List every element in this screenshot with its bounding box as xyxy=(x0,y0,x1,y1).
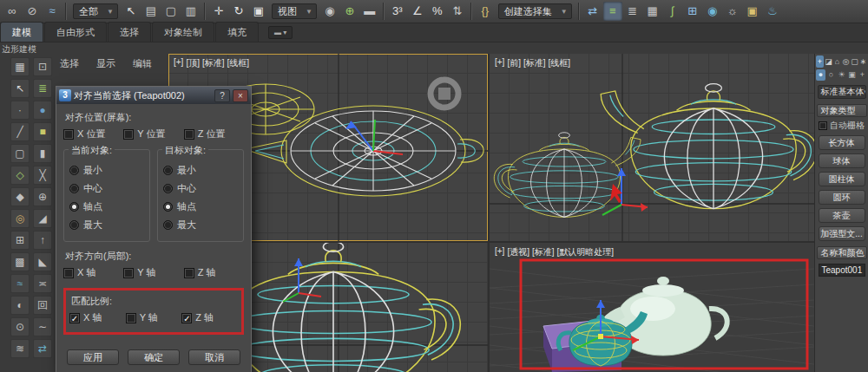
viewport-label[interactable]: [线框] xyxy=(227,57,250,69)
viewport-label[interactable]: [透视] xyxy=(507,246,529,258)
box-button[interactable]: 长方体 xyxy=(819,135,865,150)
view-rotation-ring[interactable] xyxy=(431,80,458,108)
z-position-checkbox[interactable]: Z 位置 xyxy=(184,127,244,140)
select-and-move-icon[interactable]: ✛ xyxy=(209,2,228,21)
mirror-tool-icon[interactable]: ⇄ xyxy=(33,339,52,358)
relax-icon[interactable]: ≋ xyxy=(10,339,30,358)
graphite-ribbon-icon[interactable]: ▦ xyxy=(643,2,662,21)
vertex-mode-icon[interactable]: ∙ xyxy=(10,101,30,120)
tab-object-paint[interactable]: 对象绘制 xyxy=(152,22,214,42)
selection-filter-dropdown[interactable]: 全部▼ xyxy=(73,3,118,19)
x-position-checkbox[interactable]: X 位置 xyxy=(63,127,123,140)
shapes-category-icon[interactable]: ○ xyxy=(826,69,836,81)
tab-populate[interactable]: 填充 xyxy=(215,22,259,42)
utilities-tab[interactable]: ∗ xyxy=(859,55,867,68)
target-center-radio[interactable]: 中心 xyxy=(163,182,238,195)
viewport-perspective[interactable]: [+][透视][标准][默认明暗处理] xyxy=(490,243,814,372)
display-tab[interactable]: ▢ xyxy=(851,55,858,68)
weld-tool-icon[interactable]: ⊕ xyxy=(33,187,52,206)
select-and-scale-icon[interactable]: ▣ xyxy=(249,2,268,21)
angle-snap-icon[interactable]: ∠ xyxy=(408,2,427,21)
freeform-icon[interactable]: ◐ xyxy=(10,296,30,315)
teapot-button[interactable]: 茶壶 xyxy=(819,208,865,223)
edit-named-selections-icon[interactable]: {} xyxy=(476,2,495,21)
viewport-label[interactable]: [标准] xyxy=(202,57,225,69)
cut-tool-icon[interactable]: ╳ xyxy=(33,166,52,185)
z-axis-scale-checkbox[interactable]: ✓Z 轴 xyxy=(181,311,238,324)
viewport-label[interactable]: [标准] xyxy=(532,246,555,258)
autogrid-checkbox[interactable]: 自动栅格 xyxy=(819,120,865,132)
named-selection-sets-dropdown[interactable]: 创建选择集▼ xyxy=(498,3,572,19)
element-mode-icon[interactable]: ◆ xyxy=(10,187,30,206)
y-position-checkbox[interactable]: Y 位置 xyxy=(123,127,183,140)
select-and-rotate-icon[interactable]: ↻ xyxy=(229,2,248,21)
layer-manager-icon[interactable]: ≣ xyxy=(623,2,642,21)
edit-geometry-icon[interactable]: ⊞ xyxy=(10,231,30,250)
current-maximum-radio[interactable]: 最大 xyxy=(69,219,144,232)
subdivision-icon[interactable]: ▩ xyxy=(10,252,30,271)
create-tab[interactable]: + xyxy=(816,55,824,68)
viewport-label[interactable]: [+] xyxy=(174,57,183,69)
polygon-mode-icon[interactable]: ◇ xyxy=(10,166,30,185)
viewport-label[interactable]: [+] xyxy=(495,246,504,258)
menu-select[interactable]: 选择 xyxy=(54,55,85,72)
y-axis-orientation-checkbox[interactable]: Y 轴 xyxy=(123,266,183,279)
menu-display[interactable]: 显示 xyxy=(90,55,122,72)
viewport-label[interactable]: [前] xyxy=(507,57,521,69)
viewport-label[interactable]: [+] xyxy=(495,57,504,69)
relax-tool-icon[interactable]: ∼ xyxy=(33,317,52,336)
tab-modeling[interactable]: 建模 xyxy=(0,22,43,42)
edge-mode-icon[interactable]: ╱ xyxy=(10,122,30,141)
modify-tab[interactable]: ◪ xyxy=(825,55,832,68)
lights-category-icon[interactable]: ☀ xyxy=(837,69,846,81)
chamfer-tool-icon[interactable]: ◢ xyxy=(33,209,52,228)
inset-tool-icon[interactable]: 回 xyxy=(33,296,52,315)
x-axis-orientation-checkbox[interactable]: X 轴 xyxy=(63,266,123,279)
cylinder-primitive-icon[interactable]: ▮ xyxy=(33,144,52,163)
viewport-label[interactable]: [默认明暗处理] xyxy=(557,246,615,258)
current-pivot-radio[interactable]: 轴点 xyxy=(69,200,144,213)
apply-button[interactable]: 应用 xyxy=(67,349,119,365)
select-object-icon[interactable]: ↖ xyxy=(122,2,141,21)
keyboard-override-icon[interactable]: ▬ xyxy=(360,2,379,21)
helpers-category-icon[interactable]: + xyxy=(858,69,867,81)
cameras-category-icon[interactable]: ▣ xyxy=(847,69,857,81)
viewport-layout-icon[interactable]: ▦ xyxy=(10,57,30,76)
ribbon-minimize-button[interactable]: ▬ ▾ xyxy=(268,26,293,39)
use-pivot-point-icon[interactable]: ◉ xyxy=(320,2,339,21)
object-name-field[interactable]: Teapot001 xyxy=(819,264,865,277)
bind-to-space-warp-icon[interactable]: ≈ xyxy=(43,2,62,21)
sphere-primitive-icon[interactable]: ● xyxy=(33,101,52,120)
mirror-icon[interactable]: ⇄ xyxy=(583,2,602,21)
tab-selection[interactable]: 选择 xyxy=(108,22,151,42)
paint-deform-icon[interactable]: ≈ xyxy=(10,274,30,293)
sphere-button[interactable]: 球体 xyxy=(819,153,865,168)
rectangular-selection-icon[interactable]: ▢ xyxy=(161,2,181,21)
viewport-label[interactable]: [标准] xyxy=(523,57,546,69)
viewport-label[interactable]: [线框] xyxy=(549,57,571,69)
motion-tab[interactable]: ◎ xyxy=(842,55,850,68)
spinner-snap-icon[interactable]: ⇅ xyxy=(448,2,467,21)
primitive-category-dropdown[interactable]: 标准基本体 ▾ xyxy=(818,85,866,99)
tab-freeform[interactable]: 自由形式 xyxy=(44,22,107,42)
torus-button[interactable]: 圆环 xyxy=(819,190,865,205)
reference-coordinate-dropdown[interactable]: 视图▼ xyxy=(272,3,317,19)
text-button[interactable]: 加强型文... xyxy=(819,226,865,241)
z-axis-orientation-checkbox[interactable]: Z 轴 xyxy=(184,266,244,279)
swift-loop-icon[interactable]: ≣ xyxy=(33,79,52,98)
border-mode-icon[interactable]: ▢ xyxy=(10,144,30,163)
x-axis-scale-checkbox[interactable]: ✓X 轴 xyxy=(69,311,126,324)
target-minimum-radio[interactable]: 最小 xyxy=(163,164,238,177)
window-crossing-icon[interactable]: ▥ xyxy=(181,2,201,21)
y-axis-scale-checkbox[interactable]: Y 轴 xyxy=(126,311,182,324)
material-editor-icon[interactable]: ◉ xyxy=(703,2,722,21)
brush-icon[interactable]: ⊙ xyxy=(10,317,30,336)
select-and-manipulate-icon[interactable]: ⊕ xyxy=(340,2,359,21)
bevel-tool-icon[interactable]: ◣ xyxy=(33,252,52,271)
cancel-button[interactable]: 取消 xyxy=(188,349,240,365)
target-pivot-radio[interactable]: 轴点 xyxy=(163,200,238,213)
object-type-rollout[interactable]: 对象类型 xyxy=(817,104,867,117)
schematic-view-icon[interactable]: ⊞ xyxy=(683,2,702,21)
cylinder-button[interactable]: 圆柱体 xyxy=(819,172,865,186)
hierarchy-tab[interactable]: ⌂ xyxy=(833,55,841,68)
